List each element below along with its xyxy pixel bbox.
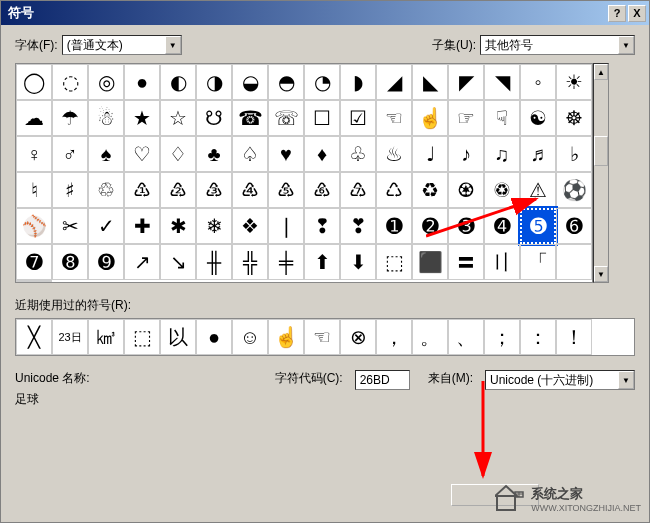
- recent-symbol-cell[interactable]: 、: [448, 319, 484, 355]
- symbol-cell[interactable]: ♨: [376, 136, 412, 172]
- recent-symbol-cell[interactable]: ：: [520, 319, 556, 355]
- symbol-cell[interactable]: [556, 244, 592, 280]
- symbol-cell[interactable]: ♪: [448, 136, 484, 172]
- symbol-cell[interactable]: ◒: [232, 64, 268, 100]
- symbol-cell[interactable]: ♹: [340, 172, 376, 208]
- symbol-cell[interactable]: ☜: [376, 100, 412, 136]
- symbol-cell[interactable]: ♩: [412, 136, 448, 172]
- symbol-cell[interactable]: ╪: [268, 244, 304, 280]
- symbol-cell[interactable]: ⬚: [376, 244, 412, 280]
- symbol-cell[interactable]: ♽: [484, 172, 520, 208]
- help-button[interactable]: ?: [608, 5, 626, 22]
- symbol-cell[interactable]: ◯: [16, 64, 52, 100]
- symbol-cell[interactable]: ♸: [304, 172, 340, 208]
- recent-symbol-cell[interactable]: ！: [556, 319, 592, 355]
- symbol-cell[interactable]: ◣: [412, 64, 448, 100]
- symbol-cell[interactable]: ➐: [16, 244, 52, 280]
- scroll-up-icon[interactable]: ▲: [594, 64, 608, 80]
- symbol-cell[interactable]: ♳: [124, 172, 160, 208]
- charcode-input[interactable]: [355, 370, 410, 390]
- symbol-cell[interactable]: ♫: [484, 136, 520, 172]
- symbol-cell[interactable]: ↗: [124, 244, 160, 280]
- symbol-cell[interactable]: ☯: [520, 100, 556, 136]
- symbol-cell[interactable]: ❣: [340, 208, 376, 244]
- symbol-cell[interactable]: ♺: [376, 172, 412, 208]
- recent-symbol-cell[interactable]: ☺: [232, 319, 268, 355]
- symbol-cell[interactable]: ◤: [448, 64, 484, 100]
- symbol-cell[interactable]: ➌: [448, 208, 484, 244]
- scroll-thumb[interactable]: [594, 136, 608, 166]
- symbol-cell[interactable]: ⚾: [16, 208, 52, 244]
- symbol-cell[interactable]: ☟: [484, 100, 520, 136]
- symbol-cell[interactable]: ♶: [232, 172, 268, 208]
- recent-symbol-cell[interactable]: ；: [484, 319, 520, 355]
- subset-combo[interactable]: 其他符号 ▼: [480, 35, 635, 55]
- recent-symbol-cell[interactable]: ╳: [16, 319, 52, 355]
- symbol-cell[interactable]: ◗: [340, 64, 376, 100]
- symbol-cell[interactable]: ♬: [520, 136, 556, 172]
- symbol-cell[interactable]: ☐: [304, 100, 340, 136]
- symbol-cell[interactable]: ♯: [52, 172, 88, 208]
- symbol-cell[interactable]: ♢: [160, 136, 196, 172]
- symbol-cell[interactable]: ◥: [484, 64, 520, 100]
- symbol-cell[interactable]: ♣: [196, 136, 232, 172]
- symbol-cell[interactable]: ♴: [160, 172, 196, 208]
- symbol-cell[interactable]: ♂: [52, 136, 88, 172]
- symbol-cell[interactable]: ♤: [232, 136, 268, 172]
- symbol-cell[interactable]: ♮: [16, 172, 52, 208]
- recent-symbol-cell[interactable]: 23日: [52, 319, 88, 355]
- recent-symbol-cell[interactable]: ●: [196, 319, 232, 355]
- symbol-cell[interactable]: ☋: [196, 100, 232, 136]
- symbol-cell[interactable]: ♭: [556, 136, 592, 172]
- symbol-cell[interactable]: ❄: [196, 208, 232, 244]
- symbol-cell[interactable]: ⚽: [556, 172, 592, 208]
- symbol-cell[interactable]: ☞: [448, 100, 484, 136]
- symbol-cell[interactable]: ☝: [412, 100, 448, 136]
- chevron-down-icon[interactable]: ▼: [618, 371, 634, 389]
- chevron-down-icon[interactable]: ▼: [618, 36, 634, 54]
- symbol-cell[interactable]: ●: [124, 64, 160, 100]
- scroll-down-icon[interactable]: ▼: [594, 266, 608, 282]
- symbol-cell[interactable]: ◎: [88, 64, 124, 100]
- symbol-cell[interactable]: ❢: [304, 208, 340, 244]
- symbol-cell[interactable]: ♵: [196, 172, 232, 208]
- recent-symbol-cell[interactable]: ⊗: [340, 319, 376, 355]
- symbol-cell[interactable]: ➋: [412, 208, 448, 244]
- symbol-cell[interactable]: ✱: [160, 208, 196, 244]
- recent-symbol-cell[interactable]: ☜: [304, 319, 340, 355]
- symbol-cell[interactable]: ⬆: [304, 244, 340, 280]
- symbol-cell[interactable]: ⚠: [520, 172, 556, 208]
- symbol-cell[interactable]: ☸: [556, 100, 592, 136]
- symbol-cell[interactable]: ➊: [376, 208, 412, 244]
- symbol-cell[interactable]: 「: [520, 244, 556, 280]
- symbol-cell[interactable]: ☁: [16, 100, 52, 136]
- recent-symbol-cell[interactable]: ⬚: [124, 319, 160, 355]
- from-combo[interactable]: Unicode (十六进制) ▼: [485, 370, 635, 390]
- symbol-cell[interactable]: ➒: [88, 244, 124, 280]
- symbol-cell[interactable]: ♥: [268, 136, 304, 172]
- symbol-cell[interactable]: ☏: [268, 100, 304, 136]
- symbol-cell[interactable]: ♻: [412, 172, 448, 208]
- close-button[interactable]: X: [628, 5, 646, 22]
- symbol-cell[interactable]: ✂: [52, 208, 88, 244]
- symbol-cell[interactable]: ⬇: [340, 244, 376, 280]
- symbol-cell[interactable]: ⬛: [412, 244, 448, 280]
- symbol-cell[interactable]: ◦: [520, 64, 556, 100]
- symbol-cell[interactable]: ❘: [268, 208, 304, 244]
- chevron-down-icon[interactable]: ▼: [165, 36, 181, 54]
- symbol-cell[interactable]: ➑: [52, 244, 88, 280]
- symbol-cell[interactable]: ✚: [124, 208, 160, 244]
- symbol-cell[interactable]: 〢: [484, 244, 520, 280]
- recent-symbol-cell[interactable]: ☝: [268, 319, 304, 355]
- symbol-cell[interactable]: ☀: [556, 64, 592, 100]
- symbol-cell[interactable]: ➏: [556, 208, 592, 244]
- symbol-cell[interactable]: ♡: [124, 136, 160, 172]
- symbol-cell[interactable]: ♦: [304, 136, 340, 172]
- symbol-cell[interactable]: ☆: [160, 100, 196, 136]
- symbol-cell[interactable]: ╬: [232, 244, 268, 280]
- symbol-cell[interactable]: ❖: [232, 208, 268, 244]
- symbol-cell[interactable]: ☎: [232, 100, 268, 136]
- recent-symbol-cell[interactable]: 。: [412, 319, 448, 355]
- symbol-cell[interactable]: ◔: [304, 64, 340, 100]
- symbol-cell[interactable]: ➍: [484, 208, 520, 244]
